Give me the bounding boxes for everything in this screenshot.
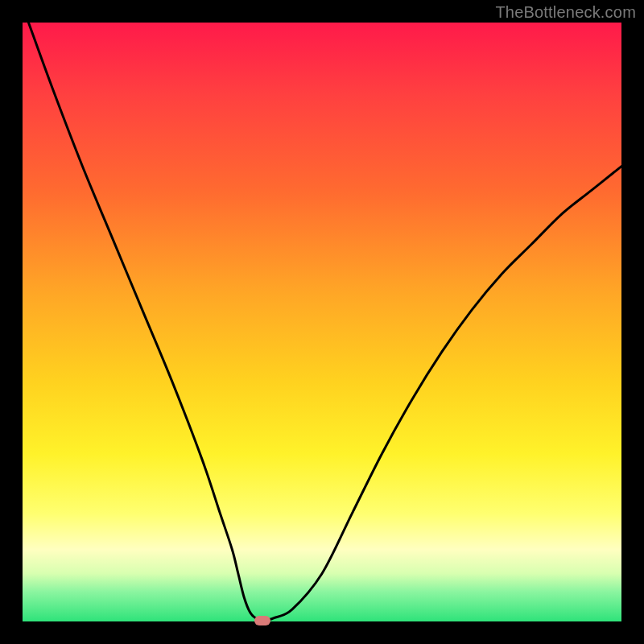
curve-svg: [23, 23, 621, 621]
minimum-marker: [254, 616, 270, 625]
bottleneck-curve-path: [28, 23, 621, 621]
plot-area: [23, 23, 621, 621]
chart-frame: TheBottleneck.com: [0, 0, 644, 644]
watermark-text: TheBottleneck.com: [495, 3, 636, 22]
